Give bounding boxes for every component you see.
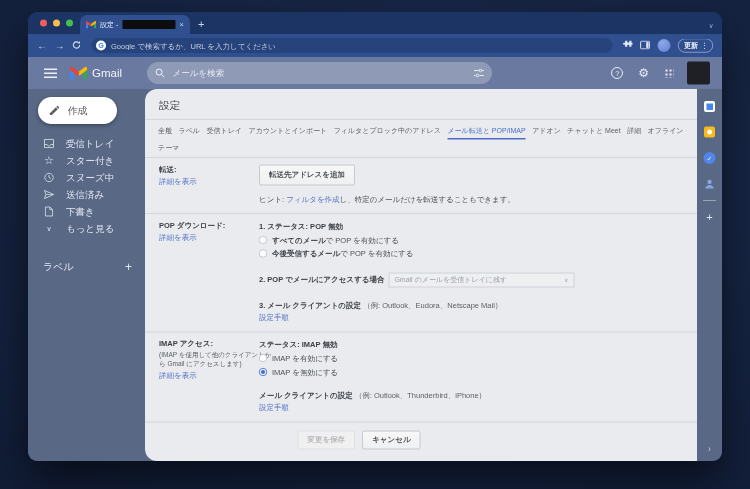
pop-details-link[interactable]: 詳細を表示 xyxy=(159,233,259,243)
tab-forwarding-pop-imap[interactable]: メール転送と POP/IMAP xyxy=(447,122,525,140)
window-close-button[interactable] xyxy=(40,20,47,27)
labels-section-header: ラベル + xyxy=(28,260,145,274)
add-forwarding-address-button[interactable]: 転送先アドレスを追加 xyxy=(259,165,355,186)
tasks-icon[interactable]: ✓ xyxy=(704,152,716,164)
help-icon[interactable]: ? xyxy=(611,67,623,79)
tab-title-redaction xyxy=(122,20,175,29)
search-input[interactable] xyxy=(172,68,468,79)
address-bar[interactable]: G xyxy=(92,38,613,53)
imap-status: ステータス: IMAP 無効 xyxy=(259,339,683,350)
window-minimize-button[interactable] xyxy=(53,20,60,27)
addons-side-panel: ✓ + › xyxy=(697,89,722,461)
pop-section: POP ダウンロード: 詳細を表示 1. ステータス: POP 無効 すべてのメ… xyxy=(145,214,697,332)
browser-tab-strip: 設定 - × + ∨ xyxy=(28,12,722,34)
browser-tab-settings[interactable]: 設定 - × xyxy=(80,15,190,34)
imap-sublabel: (IMAP を使用して他のクライアントから Gmail にアクセスします) xyxy=(159,350,274,368)
compose-label: 作成 xyxy=(68,104,88,118)
imap-section: IMAP アクセス: (IMAP を使用して他のクライアントから Gmail に… xyxy=(145,332,697,422)
url-input[interactable] xyxy=(111,41,609,50)
radio-unchecked[interactable] xyxy=(259,250,267,258)
forward-icon[interactable]: → xyxy=(55,41,65,51)
radio-checked[interactable] xyxy=(259,368,267,376)
create-label-plus-icon[interactable]: + xyxy=(125,261,132,273)
imap-enable-option[interactable]: IMAP を有効にする xyxy=(259,353,683,364)
cancel-button[interactable]: キャンセル xyxy=(362,431,420,450)
imap-details-link[interactable]: 詳細を表示 xyxy=(159,371,259,381)
pop-enable-new-option[interactable]: 今後受信するメールで POP を有効にする xyxy=(259,248,683,259)
compose-button[interactable]: 作成 xyxy=(38,97,117,124)
imap-client-label: メール クライアントの設定 xyxy=(259,391,353,400)
chrome-update-button[interactable]: 更新 ⋮ xyxy=(678,39,713,53)
gmail-footer: 0.04 GB/15 GB を使用中 利用規約 · プライバシー · xyxy=(145,460,697,462)
sidebar-item-snoozed[interactable]: スヌーズ中 xyxy=(28,169,145,186)
window-zoom-button[interactable] xyxy=(66,20,73,27)
sidebar-item-starred[interactable]: ☆ スター付き xyxy=(28,152,145,169)
back-icon[interactable]: ← xyxy=(37,41,47,51)
pop-enable-all-option[interactable]: すべてのメールで POP を有効にする xyxy=(259,234,683,245)
gmail-favicon xyxy=(86,21,96,29)
forwarding-section: 転送: 詳細を表示 転送先アドレスを追加 ヒント: フィルタを作成し、特定のメー… xyxy=(145,158,697,214)
sidebar-item-label: 下書き xyxy=(66,205,95,218)
pencil-icon xyxy=(49,105,60,116)
imap-disable-option[interactable]: IMAP を無効にする xyxy=(259,366,683,377)
imap-instructions-link[interactable]: 設定手順 xyxy=(259,402,289,413)
settings-gear-icon[interactable]: ⚙ xyxy=(638,67,649,79)
reload-icon[interactable] xyxy=(72,40,81,51)
tab-general[interactable]: 全般 xyxy=(158,122,172,140)
inbox-icon xyxy=(43,139,55,149)
browser-profile-avatar[interactable] xyxy=(658,39,671,52)
side-panel-collapse-icon[interactable]: › xyxy=(708,445,711,455)
tab-addons[interactable]: アドオン xyxy=(532,122,561,140)
tab-theme[interactable]: テーマ xyxy=(158,140,179,158)
forwarding-details-link[interactable]: 詳細を表示 xyxy=(159,177,259,187)
gmail-sidebar: 作成 受信トレイ ☆ スター付き xyxy=(28,89,145,461)
save-changes-button[interactable]: 変更を保存 xyxy=(297,431,355,450)
option-label: IMAP を有効にする xyxy=(272,353,338,364)
imap-label: IMAP アクセス: xyxy=(159,339,259,349)
settings-form: 転送: 詳細を表示 転送先アドレスを追加 ヒント: フィルタを作成し、特定のメー… xyxy=(145,157,697,460)
tab-labels[interactable]: ラベル xyxy=(179,122,200,140)
google-apps-grid-icon[interactable] xyxy=(664,68,674,78)
mail-search-bar[interactable] xyxy=(147,62,492,84)
browser-menu-dots-icon[interactable]: ⋮ xyxy=(701,41,709,50)
pop-client-label: 3. メール クライアントの設定 xyxy=(259,300,361,309)
hamburger-menu-icon[interactable] xyxy=(44,72,57,74)
tab-close-icon[interactable]: × xyxy=(179,21,184,29)
keep-icon[interactable] xyxy=(704,127,715,138)
labels-title: ラベル xyxy=(43,260,125,274)
radio-unchecked[interactable] xyxy=(259,236,267,244)
tab-chat-meet[interactable]: チャットと Meet xyxy=(567,122,620,140)
update-label: 更新 xyxy=(684,41,698,50)
extensions-puzzle-icon[interactable] xyxy=(623,41,633,51)
tab-advanced[interactable]: 詳細 xyxy=(627,122,641,140)
new-tab-button[interactable]: + xyxy=(198,19,204,30)
tab-accounts-import[interactable]: アカウントとインポート xyxy=(248,122,327,140)
sidebar-item-inbox[interactable]: 受信トレイ xyxy=(28,135,145,152)
tab-inbox[interactable]: 受信トレイ xyxy=(206,122,241,140)
tab-offline[interactable]: オフライン xyxy=(648,122,684,140)
desktop-background: 設定 - × + ∨ ← → G xyxy=(0,0,750,489)
sidebar-item-drafts[interactable]: 下書き xyxy=(28,203,145,220)
tab-title: 設定 - xyxy=(100,20,118,29)
side-panel-divider xyxy=(703,200,716,201)
radio-unchecked[interactable] xyxy=(259,354,267,362)
gmail-logo: Gmail xyxy=(70,66,122,80)
account-avatar[interactable] xyxy=(687,62,710,85)
pop-access-select[interactable]: Gmail のメールを受信トレイに残す ∨ xyxy=(388,272,574,287)
option-label: 今後受信するメールで POP を有効にする xyxy=(272,248,413,259)
gmail-header: Gmail ? ⚙ xyxy=(28,57,722,89)
tab-strip-chevron-icon[interactable]: ∨ xyxy=(709,22,714,30)
get-addons-plus-icon[interactable]: + xyxy=(706,212,712,223)
sidebar-item-sent[interactable]: 送信済み xyxy=(28,186,145,203)
side-panel-icon[interactable] xyxy=(640,40,650,51)
search-filter-tune-icon[interactable] xyxy=(474,69,484,78)
form-actions: 変更を保存 キャンセル xyxy=(145,423,560,460)
pop-instructions-link[interactable]: 設定手順 xyxy=(259,312,289,323)
create-filter-link[interactable]: フィルタを作成 xyxy=(286,193,339,204)
tab-filters-blocked[interactable]: フィルタとブロック中のアドレス xyxy=(334,122,441,140)
calendar-icon[interactable] xyxy=(704,101,715,112)
sidebar-item-label: スヌーズ中 xyxy=(66,171,114,184)
sidebar-item-more[interactable]: ∨ もっと見る xyxy=(28,220,145,237)
sidebar-item-label: 送信済み xyxy=(66,188,104,201)
contacts-icon[interactable] xyxy=(704,179,715,190)
